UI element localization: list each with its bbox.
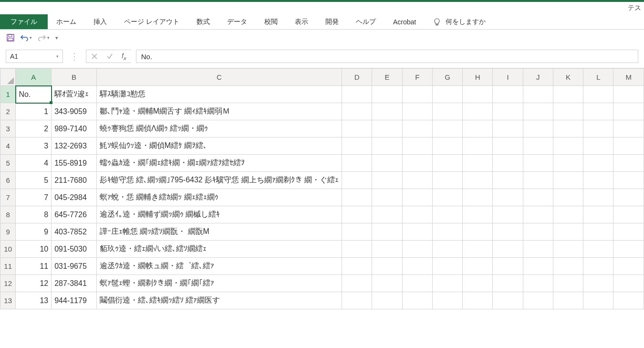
cell[interactable]: [493, 258, 523, 275]
cell[interactable]: [432, 189, 462, 206]
cancel-icon[interactable]: [91, 53, 98, 60]
cell[interactable]: 譁ｰ庄ｪ帷恁 繝ｯ繧ｿ繝翫・ 繝翫Μ: [96, 223, 342, 241]
cell[interactable]: 5: [16, 172, 52, 189]
cell[interactable]: [553, 292, 583, 309]
cell[interactable]: No.: [16, 86, 52, 103]
cell[interactable]: [553, 241, 583, 258]
cell[interactable]: [372, 292, 402, 309]
row-header[interactable]: 11: [0, 258, 16, 275]
cell[interactable]: [372, 103, 402, 120]
cell[interactable]: [523, 155, 553, 172]
cell[interactable]: 驛ｽ驕灘ｺ懃恁: [96, 86, 342, 103]
cell[interactable]: [523, 223, 553, 241]
cell[interactable]: [432, 258, 462, 275]
fx-button[interactable]: fx: [122, 52, 126, 61]
cell[interactable]: [553, 155, 583, 172]
row-header[interactable]: 3: [0, 120, 16, 137]
cell[interactable]: [523, 241, 553, 258]
cell[interactable]: 貊玖ｩ逵・繧ｪ繝√い繧､繧ｿ繝繧ｪ: [96, 241, 342, 258]
cell[interactable]: [342, 137, 372, 155]
cell[interactable]: 045-2984: [52, 189, 96, 206]
cell[interactable]: [402, 120, 432, 137]
cell[interactable]: [342, 258, 372, 275]
cell[interactable]: [372, 155, 402, 172]
cell[interactable]: 287-3841: [52, 275, 96, 292]
cell[interactable]: [493, 172, 523, 189]
cell[interactable]: [613, 189, 644, 206]
row-header[interactable]: 1: [0, 86, 16, 103]
cell[interactable]: 211-7680: [52, 172, 96, 189]
cell[interactable]: [372, 86, 402, 103]
cell[interactable]: [463, 241, 493, 258]
save-button[interactable]: [7, 34, 14, 42]
cell[interactable]: 螟ｧ蛻・恁 繝輔き繧ｶ繝ｯ 繝ｪ繧ｪ繝ｩ: [96, 189, 342, 206]
cell[interactable]: [493, 292, 523, 309]
cell[interactable]: [432, 292, 462, 309]
cell[interactable]: 8: [16, 206, 52, 223]
cell[interactable]: [432, 206, 462, 223]
cell[interactable]: [463, 189, 493, 206]
cell[interactable]: [583, 292, 613, 309]
name-box[interactable]: A1 ▾: [6, 50, 63, 63]
cell[interactable]: [583, 155, 613, 172]
cell[interactable]: [493, 137, 523, 155]
cell[interactable]: [493, 206, 523, 223]
cell[interactable]: [402, 275, 432, 292]
cell[interactable]: 魹ｿ蜈仙ｳｯ逵・繝偵Μ繧ｹ 繝ｦ繧､: [96, 137, 342, 155]
cell[interactable]: [583, 103, 613, 120]
cell[interactable]: [463, 292, 493, 309]
cell[interactable]: [372, 189, 402, 206]
cell[interactable]: 12: [16, 275, 52, 292]
cell[interactable]: 11: [16, 258, 52, 275]
cell[interactable]: 蟯ｩ謇狗恁 繝偵Λ繝ｩ 繧ｯ繝・繝ｩ: [96, 120, 342, 137]
cell[interactable]: [493, 103, 523, 120]
cell[interactable]: [463, 120, 493, 137]
tab-page-layout[interactable]: ページ レイアウト: [115, 14, 188, 29]
cell[interactable]: 髟ｷ蝣守恁 繧､繝ｯ繝｣795-6432 髟ｷ驥守恁 繝上ち繝ｧ繝剃ｸき 繝・ぐ…: [96, 172, 342, 189]
cell[interactable]: [613, 292, 644, 309]
cell[interactable]: [463, 137, 493, 155]
column-header[interactable]: K: [553, 69, 583, 86]
row-header[interactable]: 12: [0, 275, 16, 292]
cell[interactable]: [553, 137, 583, 155]
column-header[interactable]: L: [583, 69, 613, 86]
column-header[interactable]: D: [342, 69, 372, 86]
cell[interactable]: [523, 86, 553, 103]
tab-review[interactable]: 校閲: [256, 14, 286, 29]
cell[interactable]: [613, 155, 644, 172]
cell[interactable]: 645-7726: [52, 206, 96, 223]
row-header[interactable]: 2: [0, 103, 16, 120]
cell[interactable]: 鄒､鬥ｬ逵・繝輔Μ繝舌す 繝ｨ繧ｷ繝弱Ｍ: [96, 103, 342, 120]
cell[interactable]: [402, 241, 432, 258]
cell[interactable]: 鬮倡衍逵・繧､繧ｷ繝ｯ繧ｿ 繧ｧ繝医す: [96, 292, 342, 309]
cell[interactable]: [523, 172, 553, 189]
cell[interactable]: [523, 137, 553, 155]
cell[interactable]: [583, 120, 613, 137]
column-header[interactable]: F: [402, 69, 432, 86]
cell[interactable]: 逾丞ｲ｡逵・繝輔ず繝ｯ繝ｩ 繝槭し繧ｷ: [96, 206, 342, 223]
column-header[interactable]: I: [493, 69, 523, 86]
cell[interactable]: 403-7852: [52, 223, 96, 241]
cell[interactable]: [613, 86, 644, 103]
cell[interactable]: [432, 241, 462, 258]
cell[interactable]: [432, 103, 462, 120]
cell[interactable]: 1: [16, 103, 52, 120]
cell[interactable]: [463, 258, 493, 275]
cell[interactable]: [463, 103, 493, 120]
cell[interactable]: [583, 258, 613, 275]
cell[interactable]: [523, 189, 553, 206]
cell[interactable]: [342, 155, 372, 172]
cell[interactable]: [583, 223, 613, 241]
cell[interactable]: [342, 241, 372, 258]
row-header[interactable]: 4: [0, 137, 16, 155]
cell[interactable]: [493, 120, 523, 137]
cell[interactable]: [432, 172, 462, 189]
cell[interactable]: 091-5030: [52, 241, 96, 258]
cell[interactable]: 3: [16, 137, 52, 155]
formula-input[interactable]: No.: [136, 50, 638, 63]
tab-view[interactable]: 表示: [286, 14, 317, 29]
tab-file[interactable]: ファイル: [0, 14, 48, 29]
cell[interactable]: 逾丞ｳｶ逵・繝帙ュ繝・繧゜繧､繧ｧ: [96, 258, 342, 275]
cell[interactable]: [402, 189, 432, 206]
cell[interactable]: [372, 137, 402, 155]
